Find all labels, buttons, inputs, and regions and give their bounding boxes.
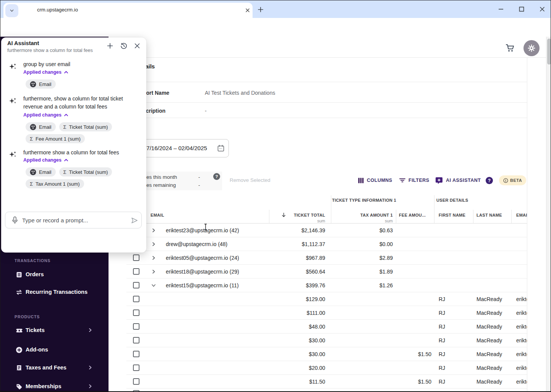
tab-search-button[interactable] bbox=[5, 4, 18, 17]
table-row[interactable]: drew@upstagecrm.io (48) $1,112.37 $0.00 bbox=[126, 237, 527, 251]
table-row[interactable]: $11.50 $1.50 RJ MacReady erikte bbox=[126, 375, 527, 389]
browser-tab[interactable]: crm.upstagecrm.io bbox=[3, 3, 253, 18]
chevron-up-icon bbox=[64, 70, 68, 75]
expand-chevron-icon[interactable] bbox=[151, 228, 156, 233]
table-row[interactable]: eriktest23@upstagecrm.io (42) $2,146.39 … bbox=[126, 224, 527, 237]
sum-label: sum bbox=[237, 219, 325, 223]
divider bbox=[126, 118, 527, 118]
plus-circle-icon bbox=[16, 347, 23, 355]
sidebar-item-recurring-transactions[interactable]: Recurring Transactions bbox=[0, 285, 109, 299]
row-checkbox[interactable] bbox=[133, 296, 139, 302]
sidebar-section-transactions: TRANSACTIONS bbox=[15, 258, 50, 263]
table-row[interactable]: $129.00 RJ MacReady erikte bbox=[126, 292, 527, 306]
info-icon bbox=[503, 178, 508, 183]
row-checkbox[interactable] bbox=[133, 378, 139, 385]
columns-button[interactable]: COLUMNS bbox=[358, 175, 392, 186]
table-row[interactable]: $20.00 RJ MacReady erikte bbox=[126, 361, 527, 375]
cart-button[interactable] bbox=[505, 43, 515, 53]
browser-window: crm.upstagecrm.io bbox=[0, 0, 551, 392]
table-row[interactable]: eriktest15@upstagecrm.io (11) $399.76 $1… bbox=[126, 279, 527, 292]
window-close-button[interactable] bbox=[538, 5, 546, 13]
cell-ticket-total: $11.50 bbox=[230, 375, 325, 389]
row-checkbox[interactable] bbox=[133, 268, 139, 275]
browser-toolbar: https://crm.upstagecrm.io/reports bbox=[0, 18, 551, 37]
col-tax-amount[interactable]: TAX AMOUNT 1 bbox=[329, 213, 393, 217]
chevron-down-icon bbox=[9, 8, 15, 13]
ai-chip-row: Email Σ Ticket Total (sum) Σ Fee Amount … bbox=[26, 122, 140, 143]
col-user-email[interactable]: EMAIL bbox=[516, 213, 527, 217]
date-range-field[interactable]: 07/16/2024 – 02/04/2025 bbox=[133, 139, 229, 157]
tab-close-button[interactable] bbox=[243, 6, 252, 15]
filters-button[interactable]: FILTERS bbox=[399, 175, 429, 186]
collapse-chevron-icon[interactable] bbox=[151, 283, 156, 288]
usage-help-icon[interactable]: ? bbox=[213, 173, 220, 180]
help-icon[interactable]: ? bbox=[486, 177, 493, 184]
cell-last-name: MacReady bbox=[476, 347, 502, 361]
group-by-icon bbox=[30, 81, 36, 87]
expand-chevron-icon[interactable] bbox=[151, 255, 156, 261]
calendar-icon[interactable] bbox=[217, 144, 225, 154]
sparkle-icon bbox=[9, 63, 17, 71]
table-row[interactable]: $30.00 RJ MacReady erikte bbox=[126, 334, 527, 347]
ai-sparkle-badge-icon bbox=[435, 177, 443, 184]
ai-applied-changes-toggle[interactable]: Applied changes bbox=[23, 157, 68, 163]
ai-applied-changes-toggle[interactable]: Applied changes bbox=[23, 112, 68, 118]
cell-fee-amount bbox=[371, 265, 431, 279]
col-fee-amount[interactable]: FEE AMOU... bbox=[399, 213, 426, 217]
receipt-icon bbox=[16, 364, 23, 373]
group-by-icon bbox=[30, 124, 36, 130]
table-row[interactable]: eriktest05@upstagecrm.io (24) $967.89 $2… bbox=[126, 251, 527, 265]
col-last-name[interactable]: LAST NAME bbox=[476, 213, 502, 217]
ai-applied-changes-toggle[interactable]: Applied changes bbox=[23, 70, 68, 75]
history-icon bbox=[120, 42, 127, 49]
sidebar-item-taxes-and-fees[interactable]: Taxes and Fees bbox=[0, 361, 109, 375]
ai-prompt-input[interactable] bbox=[22, 212, 125, 228]
remove-selected-button[interactable]: Remove Selected bbox=[230, 177, 271, 183]
expand-chevron-icon[interactable] bbox=[151, 269, 156, 274]
sidebar-item-memberships[interactable]: Memberships bbox=[0, 380, 109, 392]
cell-last-name: MacReady bbox=[476, 292, 502, 306]
cell-email: drew@upstagecrm.io (48) bbox=[166, 237, 227, 251]
col-ticket-total[interactable]: TICKET TOTAL bbox=[237, 213, 325, 217]
new-tab-button[interactable] bbox=[256, 5, 266, 15]
expand-chevron-icon[interactable] bbox=[151, 241, 156, 247]
microphone-icon[interactable] bbox=[11, 216, 18, 226]
row-checkbox[interactable] bbox=[133, 364, 139, 371]
table-row[interactable] bbox=[126, 389, 527, 392]
window-maximize-button[interactable] bbox=[517, 5, 526, 13]
chevron-up-icon bbox=[64, 158, 68, 162]
table-row[interactable]: $111.00 RJ MacReady erikte bbox=[126, 306, 527, 320]
row-checkbox[interactable] bbox=[133, 390, 139, 392]
row-checkbox[interactable] bbox=[133, 337, 139, 343]
send-icon[interactable] bbox=[131, 217, 138, 226]
description-value: - bbox=[205, 108, 207, 114]
cell-user-email bbox=[516, 251, 527, 265]
sidebar-item-orders[interactable]: Orders bbox=[0, 268, 109, 282]
ai-assistant-button[interactable]: AI ASSISTANT bbox=[435, 175, 481, 186]
sidebar-item-add-ons[interactable]: Add-ons bbox=[0, 343, 109, 357]
col-email[interactable]: EMAIL bbox=[151, 213, 164, 217]
cell-ticket-total: $399.76 bbox=[230, 279, 325, 292]
col-first-name[interactable]: FIRST NAME bbox=[439, 213, 465, 217]
row-checkbox[interactable] bbox=[133, 351, 139, 357]
table-row[interactable]: $48.00 RJ MacReady erikte bbox=[126, 320, 527, 334]
scrollbar-thumb[interactable] bbox=[547, 39, 551, 65]
table-row[interactable]: eriktest18@upstagecrm.io (29) $560.64 $1… bbox=[126, 265, 527, 279]
window-minimize-button[interactable] bbox=[497, 5, 505, 13]
ai-close-button[interactable] bbox=[133, 42, 141, 50]
settings-button[interactable] bbox=[523, 40, 540, 56]
cell-last-name: MacReady bbox=[476, 320, 502, 334]
cell-user-email bbox=[516, 265, 527, 279]
row-checkbox[interactable] bbox=[133, 323, 139, 330]
ai-new-chat-button[interactable] bbox=[106, 42, 114, 50]
plus-icon bbox=[258, 6, 264, 13]
sidebar-item-tickets[interactable]: Tickets bbox=[0, 324, 109, 337]
row-checkbox[interactable] bbox=[133, 282, 139, 288]
page-scrollbar[interactable] bbox=[546, 37, 551, 392]
row-checkbox[interactable] bbox=[133, 254, 139, 261]
cell-user-email: erikte bbox=[516, 347, 527, 361]
ai-prompt-input-box[interactable] bbox=[5, 212, 142, 228]
table-row[interactable]: $30.00 $1.50 RJ MacReady erikte bbox=[126, 347, 527, 361]
row-checkbox[interactable] bbox=[133, 309, 139, 316]
ai-history-button[interactable] bbox=[120, 42, 128, 50]
